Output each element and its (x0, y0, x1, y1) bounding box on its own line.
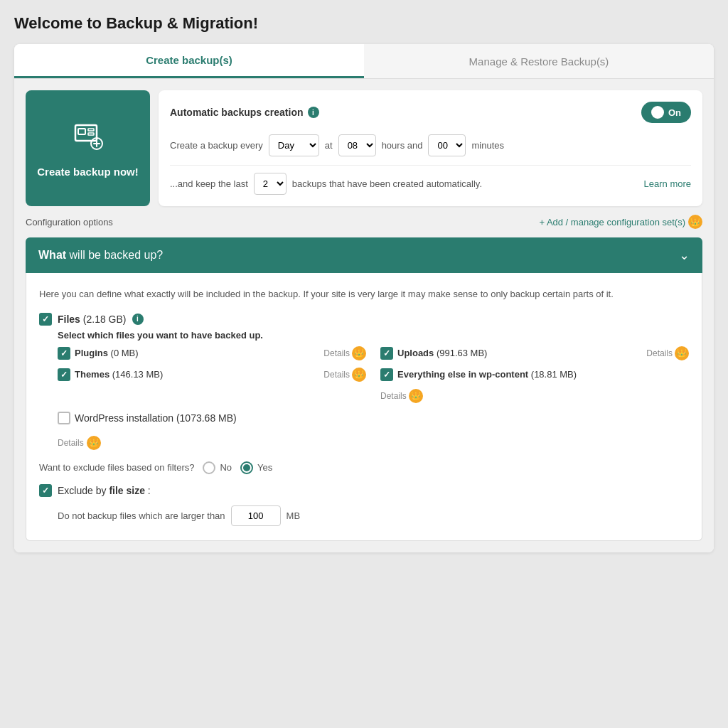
everything-else-details[interactable]: Details 👑 (380, 389, 423, 403)
section-header: What will be backed up? ⌄ (26, 237, 702, 273)
tab-manage-restore[interactable]: Manage & Restore Backup(s) (364, 44, 714, 78)
schedule-prefix: Create a backup every (170, 140, 263, 151)
everything-else-row: ✓ Everything else in wp-content (18.81 M… (380, 368, 689, 382)
auto-backup-info-icon[interactable]: i (308, 107, 319, 118)
tab-create-backup[interactable]: Create backup(s) (14, 44, 364, 78)
exclude-filters-section: Want to exclude files based on filters? … (39, 461, 689, 474)
section-body: Here you can define what exactly will be… (26, 273, 702, 541)
collapse-icon[interactable]: ⌄ (679, 247, 690, 263)
file-size-row: Do not backup files which are larger tha… (58, 505, 689, 526)
file-size-unit: MB (287, 510, 301, 521)
themes-row: ✓ Themes (146.13 MB) Details 👑 (58, 368, 366, 382)
create-backup-label: Create backup now! (37, 165, 139, 179)
everything-else-label: Everything else in wp-content (18.81 MB) (397, 369, 577, 380)
auto-backup-title-text: Automatic backups creation (170, 107, 304, 118)
keep-row: ...and keep the last 2 3 5 backups that … (170, 165, 691, 195)
wp-install-details[interactable]: Details 👑 (58, 436, 689, 450)
toggle-circle (651, 106, 664, 119)
exclude-prefix: Exclude by (58, 485, 106, 496)
files-sub-title: Select which files you want to have back… (58, 330, 689, 341)
themes-label: Themes (146.13 MB) (75, 369, 163, 380)
wp-install-crown: 👑 (87, 436, 101, 450)
page-title: Welcome to Backup & Migration! (14, 14, 714, 33)
auto-backup-toggle[interactable]: On (641, 102, 691, 123)
wp-install-checkbox[interactable] (58, 412, 70, 424)
uploads-crown: 👑 (675, 346, 689, 360)
main-card: Create backup(s) Manage & Restore Backup… (14, 44, 714, 552)
toggle-label: On (668, 107, 681, 118)
keep-suffix: backups that have been created automatic… (292, 178, 482, 189)
wp-install-size-val: (1073.68 MB) (176, 412, 237, 424)
plugins-row: ✓ Plugins (0 MB) Details 👑 (58, 346, 366, 360)
svg-rect-1 (78, 129, 85, 134)
files-info-icon[interactable]: i (132, 314, 144, 325)
files-size-val: (2.18 GB) (83, 314, 127, 325)
exclude-yes-label[interactable]: Yes (240, 461, 272, 474)
uploads-details[interactable]: Details 👑 (646, 346, 689, 360)
interval-select[interactable]: Day Hour Week (269, 134, 319, 156)
add-config-link[interactable]: + Add / manage configuration set(s) 👑 (539, 215, 702, 229)
wp-install-label: WordPress installation (1073.68 MB) (75, 412, 237, 424)
wp-install-text: WordPress installation (75, 412, 173, 424)
backup-top-section: Create backup now! Automatic backups cre… (26, 90, 702, 206)
everything-else-checkbox[interactable]: ✓ (380, 368, 393, 381)
svg-rect-3 (88, 133, 94, 135)
uploads-row: ✓ Uploads (991.63 MB) Details 👑 (380, 346, 689, 360)
section-description: Here you can define what exactly will be… (39, 287, 689, 301)
wp-install-section: WordPress installation (1073.68 MB) (58, 412, 689, 424)
plugins-checkbox[interactable]: ✓ (58, 347, 70, 360)
file-size-desc: Do not backup files which are larger tha… (58, 510, 225, 521)
themes-details[interactable]: Details 👑 (323, 368, 366, 382)
exclude-question: Want to exclude files based on filters? (39, 462, 194, 473)
svg-rect-2 (88, 129, 94, 131)
at-label: at (325, 140, 333, 151)
radio-inner-dot (243, 464, 250, 471)
hours-label: hours and (382, 140, 423, 151)
section-title-bold: What (38, 249, 66, 261)
themes-crown: 👑 (352, 368, 366, 382)
exclude-no-label[interactable]: No (203, 461, 232, 474)
files-checkmark: ✓ (42, 314, 49, 324)
what-section: What will be backed up? ⌄ Here you can d… (26, 237, 702, 541)
hours-select[interactable]: 08 09 10 (338, 134, 376, 156)
exclude-no-text: No (220, 462, 232, 473)
section-header-title: What will be backed up? (38, 249, 163, 262)
plugins-crown: 👑 (352, 346, 366, 360)
create-backup-now-button[interactable]: Create backup now! (26, 90, 150, 206)
uploads-label: Uploads (991.63 MB) (397, 348, 487, 358)
files-checkbox[interactable]: ✓ (39, 313, 52, 326)
plugins-label: Plugins (0 MB) (75, 348, 139, 358)
exclude-filesize-label: Exclude by file size : (58, 485, 151, 496)
themes-checkbox[interactable]: ✓ (58, 368, 70, 381)
schedule-row: Create a backup every Day Hour Week at 0… (170, 134, 691, 156)
uploads-checkbox[interactable]: ✓ (380, 347, 393, 360)
auto-backup-card: Automatic backups creation i On Create a… (159, 90, 702, 206)
minutes-select[interactable]: 00 15 30 45 (428, 134, 466, 156)
exclude-yes-radio[interactable] (240, 461, 253, 474)
exclude-suffix: : (148, 485, 151, 496)
learn-more-link[interactable]: Learn more (644, 178, 691, 189)
wp-install-item: WordPress installation (1073.68 MB) (58, 412, 689, 424)
files-label: Files (2.18 GB) (58, 314, 127, 325)
file-size-input[interactable] (231, 505, 281, 526)
keep-prefix: ...and keep the last (170, 178, 248, 189)
section-title-rest: will be backed up? (66, 249, 163, 261)
backup-icon (70, 118, 107, 159)
crown-icon: 👑 (688, 215, 702, 229)
config-label: Configuration options (26, 217, 113, 228)
exclude-filesize-row: ✓ Exclude by file size : (39, 484, 689, 497)
auto-backup-title: Automatic backups creation i (170, 107, 319, 118)
files-row: ✓ Files (2.18 GB) i (39, 313, 689, 326)
exclude-no-radio[interactable] (203, 461, 215, 474)
plugins-details[interactable]: Details 👑 (323, 346, 366, 360)
auto-backup-header: Automatic backups creation i On (170, 102, 691, 123)
files-bold: Files (58, 314, 80, 325)
exclude-yes-text: Yes (257, 462, 272, 473)
sub-items-grid: ✓ Plugins (0 MB) Details 👑 ✓ Uploads (99… (58, 346, 689, 403)
keep-count-select[interactable]: 2 3 5 (254, 173, 287, 195)
exclude-bold: file size (109, 485, 145, 496)
config-row: Configuration options + Add / manage con… (26, 215, 702, 229)
exclude-filesize-checkbox[interactable]: ✓ (39, 484, 52, 497)
tabs: Create backup(s) Manage & Restore Backup… (14, 44, 714, 79)
add-config-text: + Add / manage configuration set(s) (539, 217, 685, 228)
